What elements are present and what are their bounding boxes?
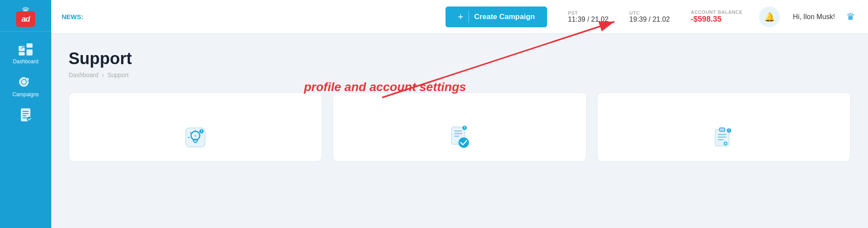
svg-point-4 [21,48,22,49]
document-check-icon [446,124,472,150]
account-balance-block: ACCOUNT BALANCE -$598.35 [691,10,743,24]
utc-time-value: 19:39 / 21.02 [629,16,670,23]
svg-rect-10 [23,111,29,112]
lightbulb-icon [182,124,208,150]
sidebar-nav: Dashboard Campaigns [0,32,51,129]
balance-value: -$598.35 [691,15,722,24]
card-2-icon-area [444,122,475,153]
news-label: NEWS: [62,13,83,20]
create-campaign-button[interactable]: + Create Campaign [446,7,547,27]
top-header: NEWS: + Create Campaign PST 11:39 / 21.0… [51,0,868,34]
svg-rect-34 [718,134,726,135]
svg-rect-33 [719,128,725,131]
card-1-icon-area [180,122,211,153]
support-card-1[interactable] [69,92,322,162]
dashboard-icon [17,42,34,57]
card-3-icon-area [709,122,739,153]
user-greeting: Hi, Ilon Musk! [793,13,835,21]
svg-rect-25 [454,130,462,132]
breadcrumb-home[interactable]: Dashboard [69,72,99,78]
svg-rect-35 [718,137,726,138]
logo-area: ♛ ad [0,0,51,32]
svg-point-31 [465,128,465,129]
svg-rect-1 [26,43,33,48]
pst-time-value: 11:39 / 21.02 [568,16,608,23]
pst-time-block: PST 11:39 / 21.02 [568,10,608,23]
svg-point-5 [23,46,23,47]
svg-point-23 [201,132,202,133]
reports-icon [17,108,34,123]
support-card-2[interactable] [333,92,586,162]
user-crown-icon: ♛ [846,11,855,23]
logo-box: ad [16,11,35,27]
svg-point-42 [729,131,729,132]
svg-point-20 [194,134,197,137]
svg-rect-26 [454,133,462,134]
breadcrumb-separator: › [102,72,104,78]
logo-text: ad [21,15,30,24]
sidebar-item-campaigns[interactable]: Campaigns [0,69,51,102]
breadcrumb-current: Support [107,72,129,78]
sidebar: ♛ ad [0,0,51,228]
bell-icon: 🔔 [764,12,775,22]
pst-zone-label: PST [568,10,578,16]
utc-time-block: UTC 19:39 / 21.02 [629,10,670,23]
sidebar-item-dashboard[interactable]: Dashboard [0,36,51,69]
svg-rect-36 [718,139,724,140]
utc-zone-label: UTC [629,10,640,16]
campaigns-icon [17,75,34,90]
page-title: Support [69,49,851,68]
breadcrumb: Dashboard › Support [69,72,851,78]
support-card-3[interactable] [597,92,851,162]
balance-label: ACCOUNT BALANCE [691,10,743,15]
svg-rect-27 [454,136,459,137]
page-content: Support Dashboard › Support [51,34,868,228]
svg-point-28 [459,137,469,148]
svg-rect-3 [26,49,33,55]
notifications-button[interactable]: 🔔 [759,7,780,27]
svg-rect-12 [23,115,26,116]
sidebar-item-dashboard-label: Dashboard [13,59,39,65]
clipboard-icon [711,124,737,150]
svg-rect-2 [19,52,25,55]
btn-divider [469,11,469,23]
sidebar-item-campaigns-label: Campaigns [13,91,39,98]
svg-rect-13 [23,117,27,118]
svg-point-6 [24,47,25,48]
svg-rect-11 [23,113,29,114]
main-area: NEWS: + Create Campaign PST 11:39 / 21.0… [51,0,868,228]
logo: ♛ ad [13,6,38,27]
create-campaign-label: Create Campaign [474,13,535,21]
sidebar-item-reports[interactable] [0,102,51,129]
plus-icon: + [458,12,463,22]
support-cards-row [69,92,851,162]
svg-line-18 [191,133,191,134]
